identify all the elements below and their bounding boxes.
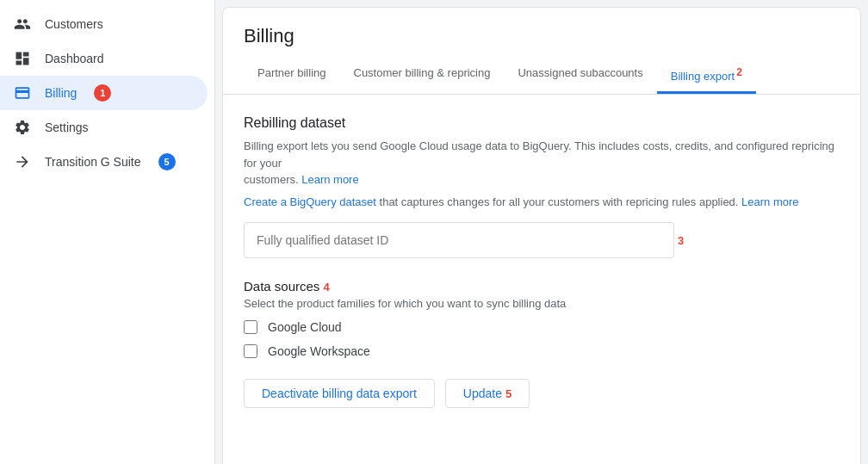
rebilling-title: Rebilling dataset bbox=[244, 115, 840, 131]
deactivate-button[interactable]: Deactivate billing data export bbox=[244, 379, 435, 408]
update-button[interactable]: Update5 bbox=[445, 379, 530, 408]
tab-unassigned[interactable]: Unassigned subaccounts bbox=[504, 58, 656, 94]
arrow-right-icon bbox=[14, 153, 31, 170]
learn-more-link-2[interactable]: Learn more bbox=[741, 195, 798, 208]
people-icon bbox=[14, 15, 31, 33]
main-content: Billing Partner billing Customer billing… bbox=[222, 7, 861, 464]
sidebar-item-dashboard[interactable]: Dashboard bbox=[0, 41, 208, 76]
action-buttons: Deactivate billing data export Update5 bbox=[244, 379, 840, 408]
sidebar-item-billing[interactable]: Billing 1 bbox=[0, 76, 208, 110]
google-cloud-label[interactable]: Google Cloud bbox=[268, 320, 342, 334]
checkbox-google-workspace: Google Workspace bbox=[244, 344, 840, 358]
dashboard-icon bbox=[14, 50, 31, 67]
sidebar-item-transition[interactable]: Transition G Suite 5 bbox=[0, 145, 208, 179]
tab-customer-billing[interactable]: Customer billing & repricing bbox=[340, 58, 505, 94]
dataset-id-input[interactable] bbox=[244, 222, 674, 258]
content-area: Rebilling dataset Billing export lets yo… bbox=[223, 95, 860, 429]
data-sources-section: Data sources4 Select the product familie… bbox=[244, 279, 840, 358]
sidebar-item-settings[interactable]: Settings bbox=[0, 110, 208, 145]
billing-icon bbox=[14, 84, 31, 102]
settings-icon bbox=[14, 119, 31, 136]
tab-partner-billing[interactable]: Partner billing bbox=[244, 58, 340, 94]
create-dataset-link[interactable]: Create a BigQuery dataset bbox=[244, 195, 376, 208]
sidebar-item-customers[interactable]: Customers bbox=[0, 7, 208, 41]
data-sources-annotation: 4 bbox=[323, 281, 329, 294]
data-sources-desc: Select the product families for which yo… bbox=[244, 297, 840, 310]
tab-billing-export-annotation: 2 bbox=[736, 66, 742, 78]
sidebar-item-dashboard-label: Dashboard bbox=[45, 52, 104, 65]
sidebar-item-customers-label: Customers bbox=[45, 17, 103, 31]
dataset-link-row: Create a BigQuery dataset that captures … bbox=[244, 195, 840, 208]
update-annotation: 5 bbox=[505, 387, 512, 400]
rebilling-description: Billing export lets you send Google Clou… bbox=[244, 138, 840, 189]
transition-badge: 5 bbox=[158, 153, 176, 170]
google-workspace-label[interactable]: Google Workspace bbox=[268, 344, 370, 358]
sidebar: Customers Dashboard Billing 1 Settings bbox=[0, 0, 215, 464]
billing-badge: 1 bbox=[94, 84, 111, 102]
tabs-container: Partner billing Customer billing & repri… bbox=[244, 58, 840, 94]
page-title: Billing bbox=[244, 25, 840, 47]
sidebar-item-settings-label: Settings bbox=[45, 121, 89, 134]
google-cloud-checkbox[interactable] bbox=[244, 320, 257, 334]
sidebar-item-transition-label: Transition G Suite bbox=[45, 155, 141, 169]
page-header: Billing Partner billing Customer billing… bbox=[223, 8, 860, 95]
data-sources-title: Data sources4 bbox=[244, 279, 840, 294]
sidebar-item-billing-label: Billing bbox=[45, 86, 77, 100]
input-annotation: 3 bbox=[678, 234, 684, 247]
google-workspace-checkbox[interactable] bbox=[244, 344, 257, 358]
dataset-input-wrapper: 3 bbox=[244, 222, 840, 258]
checkbox-google-cloud: Google Cloud bbox=[244, 320, 840, 334]
learn-more-link-1[interactable]: Learn more bbox=[301, 173, 358, 186]
tab-billing-export[interactable]: Billing export2 bbox=[657, 58, 756, 94]
